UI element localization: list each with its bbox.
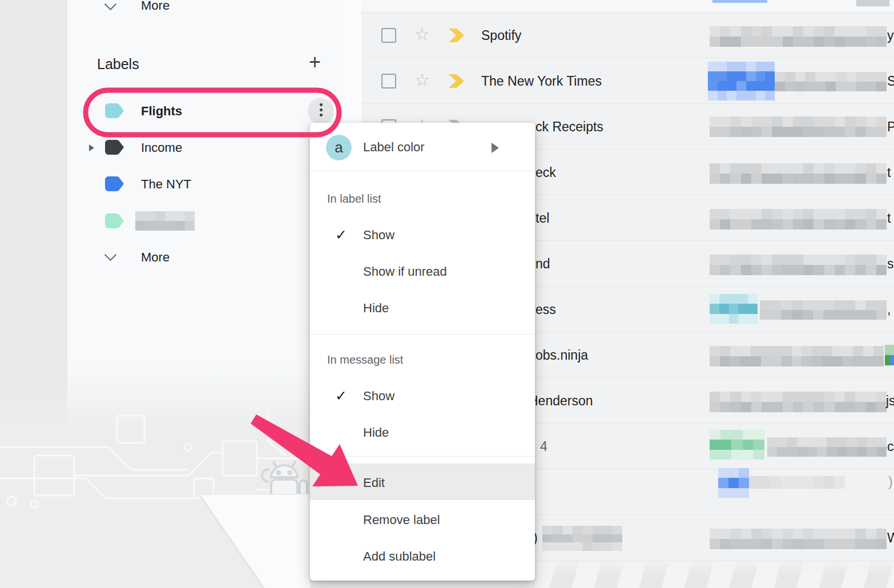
sidebar-item-more-top[interactable]: More <box>67 0 343 23</box>
redacted-subject <box>710 255 887 275</box>
snippet-edge-text: c <box>887 438 894 454</box>
redacted-label-name <box>135 211 195 231</box>
sender-name: Spotify <box>481 27 521 43</box>
snippet-edge-text: js <box>886 393 894 409</box>
sidebar-item-label: Flights <box>141 103 182 119</box>
menu-divider <box>310 334 535 335</box>
check-icon: ✓ <box>335 228 347 243</box>
menu-item-hide-message-list[interactable]: Hide <box>363 425 389 441</box>
redacted-subject <box>760 300 887 320</box>
importance-marker-icon[interactable] <box>449 29 465 42</box>
redacted-subject <box>710 392 887 412</box>
sidebar-item-the-nyt[interactable]: The NYT <box>67 166 343 203</box>
redacted-subject <box>710 116 887 137</box>
sidebar-item-more-labels[interactable]: More <box>67 239 343 276</box>
redacted-subject <box>710 529 887 549</box>
label-tag-icon <box>104 175 124 192</box>
redacted-sender <box>542 526 622 551</box>
menu-item-show-message-list[interactable]: Show <box>363 388 394 404</box>
label-tag-icon <box>104 212 124 229</box>
label-tag-icon <box>104 102 124 119</box>
sidebar-item-income[interactable]: Income <box>67 130 343 166</box>
sender-name-fragment: tel <box>535 210 549 226</box>
chevron-down-icon <box>104 249 116 261</box>
sender-name-fragment: Henderson <box>529 393 593 409</box>
snippet-edge-text: s <box>887 256 894 272</box>
thread-count: 4 <box>540 438 547 454</box>
menu-item-show-if-unread[interactable]: Show if unread <box>363 264 447 280</box>
snippet-edge-text: t <box>887 164 891 180</box>
label-options-menu: a Label color In label list ✓ Show Show … <box>310 123 535 581</box>
create-label-button[interactable]: + <box>309 50 321 74</box>
menu-item-edit[interactable]: Edit <box>363 475 385 491</box>
redacted-subject <box>710 26 887 47</box>
menu-divider <box>310 456 535 457</box>
sender-name-fragment: ck Receipts <box>535 119 603 135</box>
redacted-subject <box>710 163 887 184</box>
gmail-screenshot: More Labels + Flights Income The NYT <box>0 0 894 588</box>
sidebar-item-flights[interactable]: Flights <box>67 93 343 130</box>
select-checkbox[interactable] <box>381 74 396 88</box>
sidebar-item-label: More <box>141 0 170 14</box>
redacted-sliver <box>712 0 767 3</box>
sidebar-item-label: More <box>141 249 170 265</box>
snippet-edge-text: y <box>887 27 894 43</box>
redacted-subject <box>749 476 845 489</box>
redacted-subject <box>710 346 884 367</box>
email-row[interactable]: ☆ Spotify y <box>343 13 894 58</box>
star-icon[interactable]: ☆ <box>414 71 430 88</box>
sidebar-item-label: The NYT <box>141 176 191 192</box>
menu-item-label: Label color <box>363 139 425 155</box>
redacted-sliver <box>856 0 889 6</box>
sender-name-fragment: obs.ninja <box>535 347 588 363</box>
labels-header-title: Labels <box>97 56 139 73</box>
menu-section-header: In message list <box>327 352 403 367</box>
redacted-label-chip <box>710 430 764 460</box>
redacted-subject <box>767 437 887 457</box>
cursor-avatar: a <box>326 135 352 160</box>
label-options-button[interactable] <box>308 98 334 124</box>
snippet-edge-text: ) <box>888 474 893 490</box>
menu-item-add-sublabel[interactable]: Add sublabel <box>363 549 436 565</box>
sidebar-item-redacted[interactable] <box>67 203 343 240</box>
sender-name-fragment: ess <box>535 301 556 317</box>
star-icon[interactable]: ☆ <box>414 26 430 43</box>
partial-top-row <box>361 0 894 12</box>
redacted-icon-chip <box>718 468 749 498</box>
edit-item-highlight <box>310 464 535 500</box>
redacted-subject <box>775 72 887 91</box>
snippet-edge-text: P <box>887 119 894 135</box>
sender-name-fragment: nd <box>535 256 550 272</box>
label-tag-icon <box>104 139 124 156</box>
labels-section-header: Labels + <box>67 53 343 80</box>
menu-item-remove-label[interactable]: Remove label <box>363 512 440 528</box>
importance-marker-icon[interactable] <box>449 74 465 88</box>
redacted-subject <box>710 209 887 229</box>
menu-section-header: In label list <box>327 191 381 206</box>
redacted-label-chip <box>710 294 758 324</box>
snippet-edge-text: , <box>887 301 891 317</box>
chevron-down-icon <box>104 0 116 10</box>
sender-name: The New York Times <box>481 73 602 89</box>
expand-arrow-icon[interactable] <box>89 144 94 151</box>
sidebar-item-label: Income <box>141 140 182 156</box>
menu-item-show-label-list[interactable]: Show <box>363 227 394 243</box>
emoji-fragment <box>885 345 894 365</box>
menu-divider <box>310 171 535 171</box>
email-row[interactable]: ☆ The New York Times S <box>343 58 894 104</box>
snippet-edge-text: t <box>887 210 891 226</box>
menu-item-hide-label-list[interactable]: Hide <box>363 300 389 316</box>
submenu-arrow-icon <box>492 143 499 153</box>
redacted-label-chip <box>708 62 775 100</box>
select-checkbox[interactable] <box>381 28 396 43</box>
kebab-menu-icon <box>308 98 334 116</box>
sender-name-fragment: eck <box>535 164 556 180</box>
sidebar <box>67 0 343 588</box>
check-icon: ✓ <box>335 389 347 404</box>
snippet-edge-text: S <box>887 73 894 89</box>
snippet-edge-text: W <box>887 530 894 546</box>
